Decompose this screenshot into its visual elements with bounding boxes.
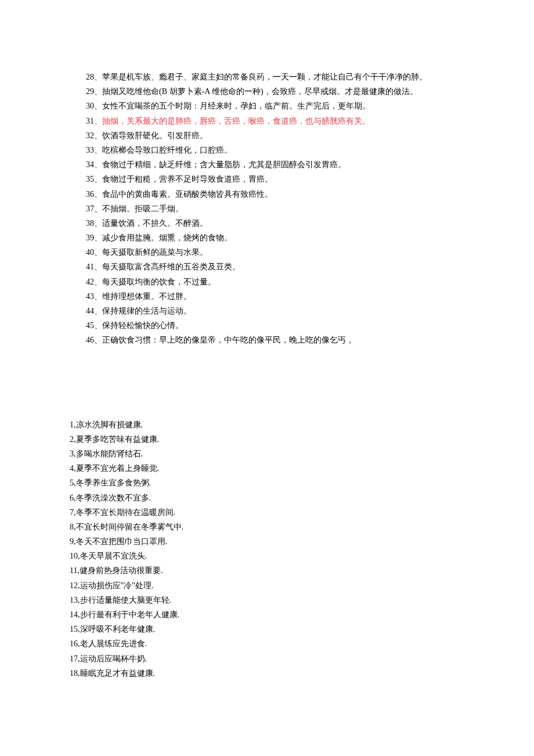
list-item: 34、食物过于精细，缺乏纤维；含大量脂肪，尤其是胆固醇会引发胃癌。 (70, 157, 464, 172)
list-item: 4,夏季不宜光着上身睡觉. (70, 461, 464, 476)
list-item: 18,睡眠充足才有益健康. (70, 666, 464, 681)
list-item: 17,运动后应喝杯牛奶. (70, 651, 464, 666)
item-text: 、减少食用盐腌。烟熏，烧烤的食物。 (94, 233, 232, 242)
item-text: 、维持理想体重。不过胖。 (94, 292, 192, 301)
item-text: 37 (86, 204, 94, 213)
item-text: 35 (86, 175, 94, 183)
item-text: 33 (86, 146, 94, 154)
list-item: 32、饮酒导致肝硬化。引发肝癌。 (70, 128, 464, 143)
item-text: 41 (86, 262, 94, 271)
list-item: 12,运动损伤应"冷"处理. (70, 578, 464, 593)
list-item: 8,不宜长时间停留在冬季雾气中. (70, 520, 464, 534)
item-text: 、保持轻松愉快的心情。 (94, 321, 183, 330)
item-text: 、正确饮食习惯：早上吃的像皇帝，中午吃的像平民，晚上吃的像乞丐 。 (94, 336, 356, 344)
item-text: 34 (86, 160, 94, 169)
list-item: 15,深呼吸不利老年健康. (70, 622, 464, 636)
list-item: 45、保持轻松愉快的心情。 (70, 318, 464, 333)
item-text: 、每天摄取均衡的饮食，不过量。 (94, 278, 216, 286)
item-text: 31 (86, 117, 94, 125)
list-item: 11,健身前热身活动很重要. (70, 563, 464, 578)
item-text: 32 (86, 131, 94, 140)
list-item: 39、减少食用盐腌。烟熏，烧烤的食物。 (70, 231, 464, 245)
item-text: 30 (86, 102, 94, 110)
list-item: 5,冬季养生宜多食热粥. (70, 476, 464, 490)
list-item: 9,冬天不宜把围巾当口罩用. (70, 534, 464, 549)
item-text: 、每天摄取新鲜的蔬菜与水果。 (94, 248, 208, 257)
list-item: 42、每天摄取均衡的饮食，不过量。 (70, 275, 464, 289)
item-text: 、苹果是机车族、瘾君子、家庭主妇的常备良药，一天一颗，才能让自己有个干干净净的肺… (94, 73, 427, 81)
list-item: 28、苹果是机车族、瘾君子、家庭主妇的常备良药，一天一颗，才能让自己有个干干净净… (70, 70, 464, 84)
item-text: 44 (86, 307, 94, 315)
list-item: 44、保持规律的生活与运动。 (70, 304, 464, 318)
list-item: 37、不抽烟。拒吸二手烟。 (70, 201, 464, 216)
item-text: 38 (86, 219, 94, 228)
item-text: 45 (86, 321, 94, 330)
item-text: 40 (86, 248, 94, 257)
item-text: 、吃槟榔会导致口腔纤维化，口腔癌。 (94, 146, 232, 154)
list-item: 14,步行最有利于中老年人健康. (70, 607, 464, 622)
list-item: 2,夏季多吃苦味有益健康. (70, 432, 464, 447)
item-text: 、保持规律的生活与运动。 (94, 307, 192, 315)
item-text: 、食物过于精细，缺乏纤维；含大量脂肪，尤其是胆固醇会引发胃癌。 (94, 160, 346, 169)
item-text: 36 (86, 190, 94, 199)
item-text: 42 (86, 278, 94, 286)
list-item: 10,冬天早晨不宜洗头. (70, 549, 464, 563)
list-item: 38、适量饮酒，不拚久。不醉酒。 (70, 216, 464, 231)
item-text: 29 (86, 87, 94, 96)
item-text: 、不抽烟。拒吸二手烟。 (94, 204, 183, 213)
list-item: 40、每天摄取新鲜的蔬菜与水果。 (70, 245, 464, 260)
list-item: 43、维持理想体重。不过胖。 (70, 289, 464, 304)
item-text: 28 (86, 73, 94, 81)
item-text: 、食品中的黄曲毒素。亚硝酸类物皆具有致癌性。 (94, 190, 273, 199)
section-gap (70, 348, 464, 417)
section-1: 28、苹果是机车族、瘾君子、家庭主妇的常备良药，一天一颗，才能让自己有个干干净净… (70, 70, 464, 348)
list-item: 30、女性不宜喝茶的五个时期：月经来时，孕妇，临产前。生产完后，更年期。 (70, 99, 464, 113)
item-text-highlight: 、抽烟，关系最大的是肺癌，唇癌，舌癌，喉癌，食道癌，也与膀胱癌有关。 (94, 117, 370, 125)
item-text: 、饮酒导致肝硬化。引发肝癌。 (94, 131, 208, 140)
item-text: 、适量饮酒，不拚久。不醉酒。 (94, 219, 208, 228)
item-text: 、抽烟又吃维他命(B 胡萝卜素-A 维他命的一种)，会致癌，尽早戒烟。才是最健康… (94, 87, 418, 96)
list-item: 7,冬季不宜长期待在温暖房间. (70, 505, 464, 520)
list-item: 31、抽烟，关系最大的是肺癌，唇癌，舌癌，喉癌，食道癌，也与膀胱癌有关。 (70, 114, 464, 128)
list-item: 41、每天摄取富含高纤维的五谷类及豆类。 (70, 260, 464, 274)
list-item: 6,冬季洗澡次数不宜多. (70, 491, 464, 505)
list-item: 13,步行适量能使大脑更年轻. (70, 593, 464, 607)
item-text: 46 (86, 336, 94, 344)
list-item: 46、正确饮食习惯：早上吃的像皇帝，中午吃的像平民，晚上吃的像乞丐 。 (70, 333, 464, 347)
list-item: 33、吃槟榔会导致口腔纤维化，口腔癌。 (70, 143, 464, 157)
item-text: 43 (86, 292, 94, 301)
list-item: 16,老人晨练应先进食. (70, 636, 464, 651)
item-text: 、每天摄取富含高纤维的五谷类及豆类。 (94, 262, 240, 271)
list-item: 36、食品中的黄曲毒素。亚硝酸类物皆具有致癌性。 (70, 187, 464, 201)
list-item: 29、抽烟又吃维他命(B 胡萝卜素-A 维他命的一种)，会致癌，尽早戒烟。才是最… (70, 84, 464, 99)
list-item: 1,凉水洗脚有损健康. (70, 417, 464, 432)
list-item: 35、食物过于粗糙，营养不足时导致食道癌，胃癌。 (70, 172, 464, 186)
item-text: 、女性不宜喝茶的五个时期：月经来时，孕妇，临产前。生产完后，更年期。 (94, 102, 370, 110)
section-2: 1,凉水洗脚有损健康. 2,夏季多吃苦味有益健康. 3,多喝水能防肾结石. 4,… (70, 417, 464, 681)
item-text: 39 (86, 233, 94, 242)
item-text: 、食物过于粗糙，营养不足时导致食道癌，胃癌。 (94, 175, 273, 183)
list-item: 3,多喝水能防肾结石. (70, 447, 464, 461)
